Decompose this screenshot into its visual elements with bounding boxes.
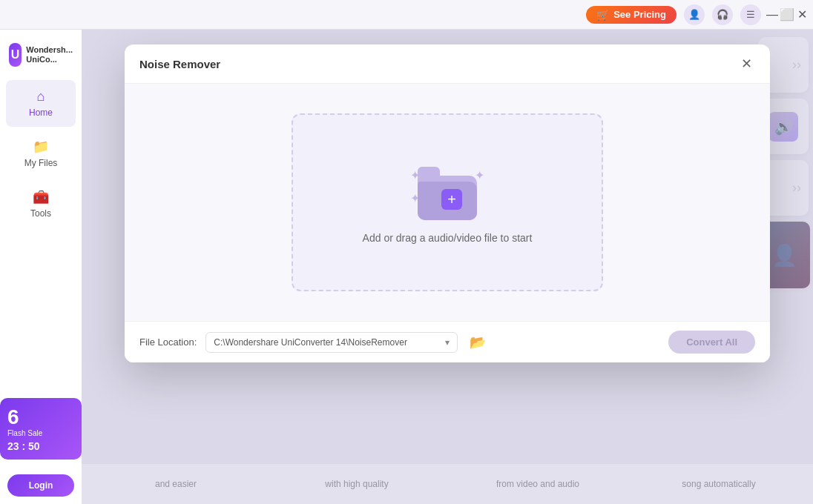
nav-label-home: Home [29, 107, 53, 118]
upload-area[interactable]: ✦ ✦ ✦ + Add or drag a audio/video file t… [292, 113, 603, 291]
home-icon: ⌂ [37, 89, 45, 105]
upload-text: Add or drag a audio/video file to start [363, 232, 533, 244]
dropdown-arrow-icon[interactable]: ▾ [445, 337, 450, 348]
modal-footer: File Location: C:\Wondershare UniConvert… [125, 321, 770, 362]
tools-icon: 🧰 [33, 189, 49, 205]
files-icon: 📁 [33, 139, 49, 155]
maximize-button[interactable]: ⬜ [782, 10, 792, 20]
minimize-button[interactable]: — [767, 10, 777, 20]
promo-card: 6 Flash Sale 23 : 50 [0, 398, 82, 460]
promo-timer: 23 : 50 [7, 440, 74, 452]
folder-plus-icon: + [441, 189, 462, 210]
close-window-button[interactable]: ✕ [797, 10, 807, 20]
nav-label-tools: Tools [30, 208, 51, 219]
promo-subtitle: Flash Sale [7, 429, 74, 437]
modal-title: Noise Remover [139, 58, 220, 70]
promo-day-number: 6 [7, 405, 74, 429]
modal-overlay: Noise Remover ✕ ✦ ✦ ✦ + [82, 30, 813, 504]
see-pricing-button[interactable]: 🛒 See Pricing [586, 6, 677, 24]
sidebar: U Wondersh...UniCo... ⌂ Home 📁 My Files … [0, 30, 82, 504]
modal-header: Noise Remover ✕ [125, 44, 770, 84]
file-location-label: File Location: [139, 336, 197, 348]
see-pricing-label: See Pricing [613, 9, 666, 20]
folder-icon-container: ✦ ✦ ✦ + [410, 161, 484, 220]
modal-close-button[interactable]: ✕ [737, 55, 755, 73]
nav-label-files: My Files [24, 158, 58, 168]
headset-icon[interactable]: 🎧 [712, 4, 733, 25]
logo-text: Wondersh...UniCo... [26, 45, 73, 64]
title-bar-icons: 👤 🎧 ☰ [684, 4, 761, 25]
modal-body: ✦ ✦ ✦ + Add or drag a audio/video file t… [125, 84, 770, 321]
sidebar-bottom: 6 Flash Sale 23 : 50 Login [0, 454, 82, 504]
app-logo: U Wondersh...UniCo... [0, 37, 82, 79]
window-controls: — ⬜ ✕ [767, 10, 807, 20]
sidebar-item-tools[interactable]: 🧰 Tools [6, 180, 76, 228]
user-icon[interactable]: 👤 [684, 4, 705, 25]
cart-icon: 🛒 [596, 9, 609, 21]
logo-letter: U [11, 48, 20, 62]
browse-folder-button[interactable]: 📂 [467, 331, 489, 354]
menu-icon[interactable]: ☰ [740, 4, 761, 25]
title-bar: 🛒 See Pricing 👤 🎧 ☰ — ⬜ ✕ [0, 0, 813, 30]
file-location-input[interactable]: C:\Wondershare UniConverter 14\NoiseRemo… [205, 332, 458, 353]
file-location-value: C:\Wondershare UniConverter 14\NoiseRemo… [214, 337, 407, 348]
sidebar-item-my-files[interactable]: 📁 My Files [6, 130, 76, 177]
sidebar-item-home[interactable]: ⌂ Home [6, 80, 76, 127]
main-content: Noise Remover ✕ ✦ ✦ ✦ + [82, 30, 813, 504]
app-container: U Wondersh...UniCo... ⌂ Home 📁 My Files … [0, 30, 813, 504]
convert-all-button[interactable]: Convert All [668, 331, 755, 354]
noise-remover-modal: Noise Remover ✕ ✦ ✦ ✦ + [125, 44, 770, 362]
login-button[interactable]: Login [7, 474, 74, 497]
logo-icon: U [9, 43, 22, 67]
